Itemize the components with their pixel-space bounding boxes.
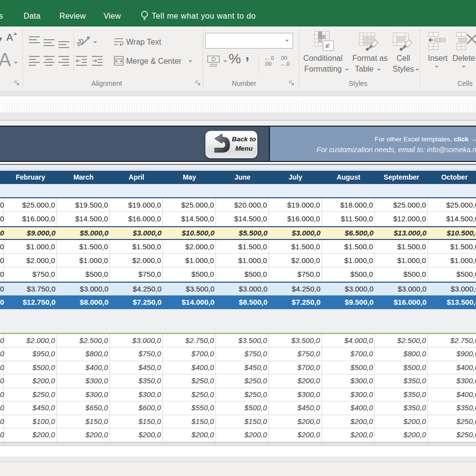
svg-text:≠: ≠: [325, 42, 330, 50]
